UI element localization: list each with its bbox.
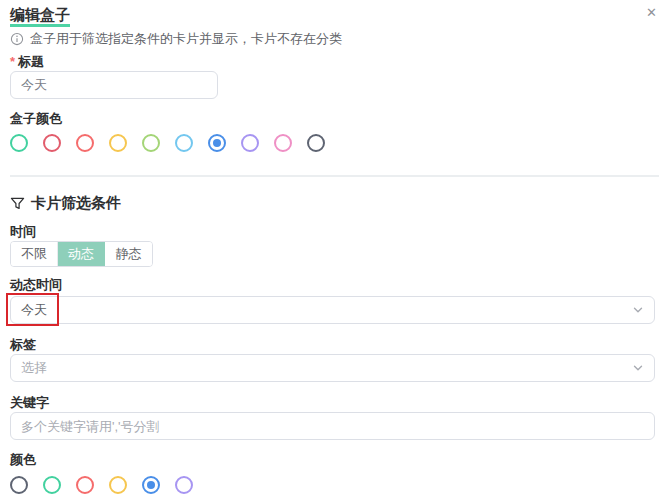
color-option[interactable] [175,476,193,494]
color-option[interactable] [307,134,325,152]
color-option[interactable] [43,134,61,152]
title-input[interactable] [10,71,218,99]
color-option[interactable] [208,134,226,152]
tag-select[interactable]: 选择 [10,354,655,382]
color-option[interactable] [175,134,193,152]
filter-funnel-icon [10,196,25,211]
page-title: 编辑盒子 [10,6,70,27]
color-option[interactable] [43,476,61,494]
color-option[interactable] [241,134,259,152]
tag-field-label: 标签 [10,336,659,354]
info-banner: 盒子用于筛选指定条件的卡片并显示，卡片不存在分类 [10,30,659,48]
panel-header: 编辑盒子 ✕ [10,6,659,26]
color-field-label: 颜色 [10,451,659,469]
time-option[interactable]: 静态 [105,242,152,266]
color-option[interactable] [274,134,292,152]
section-divider [10,175,659,177]
color-option[interactable] [76,134,94,152]
box-color-options [10,133,659,153]
close-icon[interactable]: ✕ [642,4,661,21]
filter-section-heading: 卡片筛选条件 [10,193,659,213]
selected-dot [213,139,221,147]
color-option[interactable] [76,476,94,494]
selected-dot [147,481,155,489]
color-option[interactable] [10,476,28,494]
color-option[interactable] [142,134,160,152]
info-icon [10,32,24,46]
edit-box-panel: 编辑盒子 ✕ 盒子用于筛选指定条件的卡片并显示，卡片不存在分类 *标题 盒子颜色… [0,0,669,495]
filter-color-options [10,475,659,495]
chevron-down-icon [632,362,644,374]
dynamic-time-select[interactable]: 今天 [10,296,655,324]
time-segmented-control: 不限动态静态 [10,241,153,267]
title-field-label: *标题 [10,53,659,71]
keyword-input[interactable] [10,412,655,440]
chevron-down-icon [632,304,644,316]
tag-select-placeholder: 选择 [21,359,47,377]
box-color-label: 盒子颜色 [10,110,659,128]
keyword-field-label: 关键字 [10,394,659,412]
color-option[interactable] [109,476,127,494]
time-field-label: 时间 [10,223,659,241]
dynamic-time-label: 动态时间 [10,276,659,294]
dynamic-time-value: 今天 [21,301,47,319]
color-option[interactable] [142,476,160,494]
info-text: 盒子用于筛选指定条件的卡片并显示，卡片不存在分类 [30,30,342,48]
time-option[interactable]: 动态 [58,242,105,266]
required-asterisk: * [10,54,15,69]
time-option[interactable]: 不限 [11,242,58,266]
color-option[interactable] [10,134,28,152]
color-option[interactable] [109,134,127,152]
